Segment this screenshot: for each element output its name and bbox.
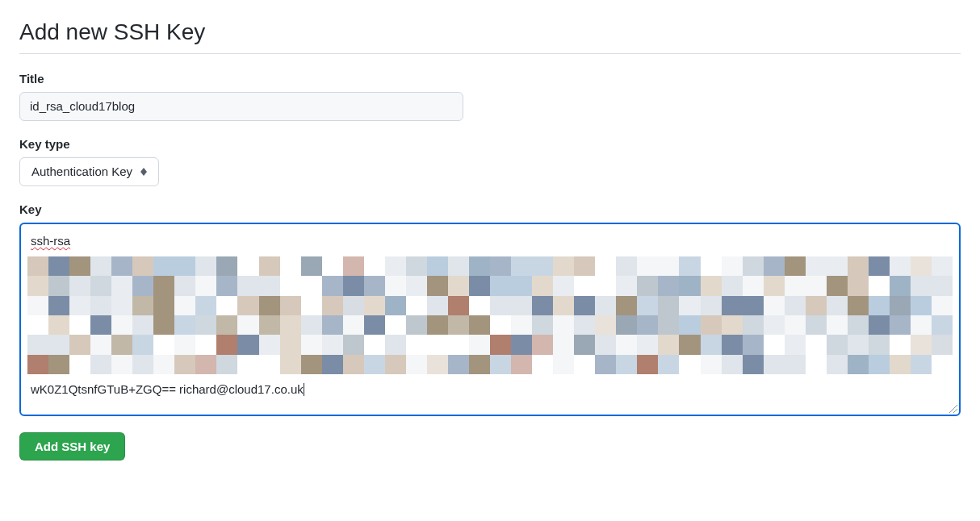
keytype-select[interactable]: Authentication Key: [19, 157, 159, 186]
key-suffix-text: wK0Z1QtsnfGTuB+ZGQ== richard@cloud17.co.…: [31, 381, 304, 399]
svg-line-0: [949, 405, 957, 413]
key-prefix-text: ssh-rsa: [31, 234, 70, 248]
key-label: Key: [19, 202, 961, 216]
select-arrows-icon: [140, 168, 147, 176]
redacted-key-region: [27, 256, 953, 374]
keytype-group: Key type Authentication Key: [19, 137, 961, 186]
text-caret: [304, 383, 304, 396]
add-ssh-key-button[interactable]: Add SSH key: [19, 432, 125, 461]
title-input[interactable]: [19, 92, 463, 121]
resize-handle-icon[interactable]: [948, 403, 957, 413]
title-group: Title: [19, 72, 961, 121]
key-textarea[interactable]: ssh-rsa wK0Z1QtsnfGTuB+ZGQ== richard@clo…: [19, 223, 961, 416]
svg-line-1: [953, 409, 957, 413]
keytype-value: Authentication Key: [31, 163, 132, 181]
page-title: Add new SSH Key: [19, 19, 961, 54]
keytype-label: Key type: [19, 137, 961, 151]
title-label: Title: [19, 72, 961, 85]
key-group: Key ssh-rsa wK0Z1QtsnfGTuB+ZGQ== richard…: [19, 202, 961, 416]
